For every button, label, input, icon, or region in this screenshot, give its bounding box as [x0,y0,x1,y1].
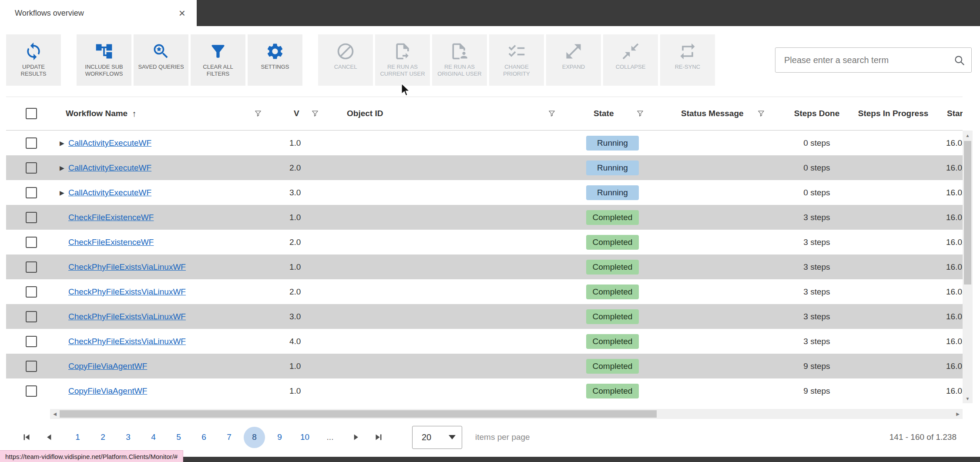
column-header-state[interactable]: State [569,109,657,118]
expand-row-icon[interactable]: ▶ [60,140,64,147]
page-button[interactable]: 9 [269,427,290,448]
row-checkbox[interactable] [26,385,37,397]
row-checkbox[interactable] [26,361,37,372]
expand-row-icon[interactable]: ▶ [60,189,64,196]
page-button[interactable]: 1 [67,427,88,448]
column-header-workflow-name[interactable]: Workflow Name ↑ [56,109,275,119]
started-cell: 16.02 [931,163,963,173]
select-all-checkbox[interactable] [26,108,37,119]
last-page-button[interactable] [370,429,387,445]
column-header-version[interactable]: V [275,109,331,118]
horizontal-scrollbar-thumb[interactable] [60,410,657,418]
table-row[interactable]: ▶ CallActivityExecuteWF 3.0 Running 0 st… [6,180,963,205]
column-header-started[interactable]: Started [931,109,963,118]
expand-row-icon[interactable]: ▶ [60,164,64,171]
workflow-link[interactable]: CheckPhyFileExistsViaLinuxWF [68,287,186,296]
collapse-button[interactable]: COLLAPSE [603,34,658,86]
row-checkbox[interactable] [26,162,37,174]
scroll-left-icon[interactable]: ◀ [50,409,60,419]
workflow-link[interactable]: CopyFileViaAgentWF [68,386,147,395]
table-row[interactable]: CopyFileViaAgentWF 1.0 Completed 9 steps… [6,354,963,378]
table-row[interactable]: ▶ CallActivityExecuteWF 2.0 Running 0 st… [6,155,963,180]
page-button[interactable]: 2 [92,427,114,448]
update-results-button[interactable]: UPDATE RESULTS [6,34,61,86]
column-header-steps-in-progress[interactable]: Steps In Progress [855,109,931,118]
page-button[interactable]: 10 [294,427,315,448]
filter-icon[interactable] [254,109,262,118]
page-button[interactable]: 5 [168,427,189,448]
filter-icon[interactable] [311,109,319,118]
filter-icon[interactable] [636,109,644,118]
table-row[interactable]: CheckPhyFileExistsViaLinuxWF 3.0 Complet… [6,304,963,329]
rerun-as-original-user-button[interactable]: RE RUN AS ORIGINAL USER [432,34,487,86]
result-range-label: 141 - 160 of 1.238 [889,432,957,442]
page-button[interactable]: 4 [143,427,164,448]
state-badge: Completed [586,309,639,324]
row-checkbox[interactable] [26,187,37,198]
scroll-up-icon[interactable]: ▲ [963,131,973,140]
vertical-scrollbar[interactable]: ▲ ▼ [963,131,973,403]
workflow-link[interactable]: CheckFileExistenceWF [68,238,154,247]
expand-button[interactable]: EXPAND [546,34,601,86]
table-row[interactable]: CopyFileViaAgentWF 1.0 Completed 9 steps… [6,378,963,403]
row-checkbox[interactable] [26,311,37,322]
workflow-link[interactable]: CallActivityExecuteWF [68,188,151,197]
page-button[interactable]: 6 [193,427,215,448]
steps-done-cell: 0 steps [779,188,855,198]
column-header-steps-done[interactable]: Steps Done [779,109,855,118]
rerun-current-user-icon [393,40,412,62]
state-badge: Completed [586,260,639,275]
toolbar-buttons: UPDATE RESULTS INCLUDE SUB WORKFLOWS SAV… [6,34,717,86]
button-label: EXPAND [549,64,598,70]
first-page-button[interactable] [18,429,35,445]
workflow-link[interactable]: CheckPhyFileExistsViaLinuxWF [68,337,186,346]
workflow-link[interactable]: CheckFileExistenceWF [68,213,154,222]
workflow-link[interactable]: CallActivityExecuteWF [68,163,151,172]
search-icon[interactable] [953,54,965,66]
table-row[interactable]: CheckFileExistenceWF 1.0 Completed 3 ste… [6,205,963,230]
change-priority-button[interactable]: CHANGE PRIORITY [489,34,544,86]
state-badge: Completed [586,334,639,349]
row-checkbox[interactable] [26,261,37,273]
workflow-link[interactable]: CopyFileViaAgentWF [68,362,147,371]
page-button[interactable]: 7 [218,427,240,448]
tab-workflows-overview[interactable]: Workflows overview × [0,0,197,26]
previous-page-button[interactable] [41,429,57,445]
search-input[interactable] [775,55,953,65]
workflow-link[interactable]: CheckPhyFileExistsViaLinuxWF [68,262,186,271]
scroll-down-icon[interactable]: ▼ [963,394,973,403]
row-checkbox[interactable] [26,336,37,347]
vertical-scrollbar-thumb[interactable] [964,141,971,285]
settings-button[interactable]: SETTINGS [248,34,302,86]
more-pages-button[interactable]: ... [319,427,341,448]
row-checkbox[interactable] [26,137,37,149]
column-header-status-message[interactable]: Status Message [657,109,779,118]
saved-queries-button[interactable]: SAVED QUERIES [134,34,188,86]
resync-button[interactable]: RE-SYNC [660,34,715,86]
row-checkbox[interactable] [26,237,37,248]
filter-icon[interactable] [757,109,765,118]
clear-all-filters-button[interactable]: CLEAR ALL FILTERS [191,34,245,86]
current-page-button[interactable]: 8 [244,427,265,448]
filter-icon[interactable] [547,109,556,118]
row-checkbox[interactable] [26,212,37,223]
rerun-as-current-user-button[interactable]: RE RUN AS CURRENT USER [375,34,430,86]
page-button[interactable]: 3 [117,427,139,448]
steps-done-cell: 3 steps [779,312,855,321]
close-icon[interactable]: × [179,7,185,19]
table-row[interactable]: CheckPhyFileExistsViaLinuxWF 2.0 Complet… [6,279,963,304]
page-size-select[interactable]: 20 [412,426,462,449]
next-page-button[interactable] [348,429,364,445]
table-row[interactable]: CheckPhyFileExistsViaLinuxWF 1.0 Complet… [6,254,963,279]
workflow-link[interactable]: CallActivityExecuteWF [68,138,151,147]
column-header-object-id[interactable]: Object ID [331,109,569,118]
scroll-right-icon[interactable]: ▶ [953,409,963,419]
row-checkbox[interactable] [26,286,37,298]
table-row[interactable]: ▶ CallActivityExecuteWF 1.0 Running 0 st… [6,131,963,155]
horizontal-scrollbar[interactable]: ◀ ▶ [50,409,963,419]
workflow-link[interactable]: CheckPhyFileExistsViaLinuxWF [68,312,186,321]
table-row[interactable]: CheckPhyFileExistsViaLinuxWF 4.0 Complet… [6,329,963,354]
table-row[interactable]: CheckFileExistenceWF 2.0 Completed 3 ste… [6,230,963,254]
cancel-button[interactable]: CANCEL [318,34,373,86]
include-sub-workflows-button[interactable]: INCLUDE SUB WORKFLOWS [77,34,131,86]
